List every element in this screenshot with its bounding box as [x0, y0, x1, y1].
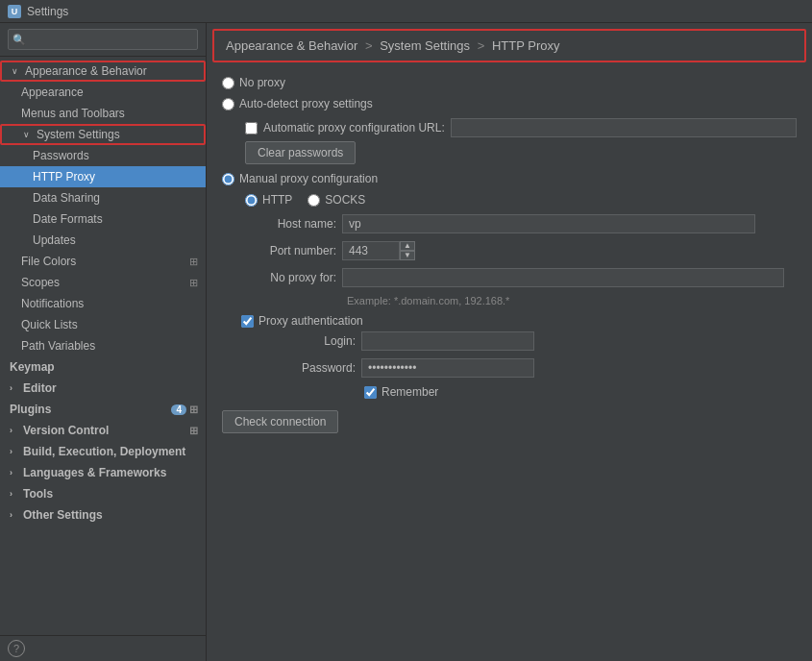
port-number-input[interactable]: [342, 241, 400, 260]
help-button[interactable]: ?: [8, 640, 25, 657]
socks-radio[interactable]: [308, 194, 320, 207]
proxy-auth-label[interactable]: Proxy authentication: [241, 314, 797, 328]
port-increment-button[interactable]: ▲: [400, 241, 415, 251]
sidebar-item-quick-lists[interactable]: Quick Lists: [0, 314, 206, 335]
login-row: Login:: [264, 331, 797, 351]
sidebar-item-label: Quick Lists: [21, 318, 78, 331]
sidebar-item-label: Editor: [23, 381, 57, 395]
example-text: Example: *.domain.com, 192.168.*: [347, 295, 797, 306]
auto-config-checkbox[interactable]: [245, 122, 258, 135]
login-input[interactable]: [361, 331, 534, 351]
no-proxy-for-row: No proxy for:: [245, 268, 797, 287]
remember-checkbox[interactable]: [364, 386, 377, 399]
http-radio[interactable]: [245, 194, 258, 207]
sidebar-item-notifications[interactable]: Notifications: [0, 293, 206, 314]
sidebar-item-build-execution[interactable]: › Build, Execution, Deployment: [0, 441, 206, 462]
sidebar-item-version-control[interactable]: › Version Control ⊞: [0, 420, 206, 441]
remember-label: Remember: [381, 385, 438, 399]
check-connection-button[interactable]: Check connection: [222, 410, 338, 433]
sidebar-item-tools[interactable]: › Tools: [0, 483, 206, 504]
sidebar-item-updates[interactable]: Updates: [0, 230, 206, 251]
breadcrumb-part2: System Settings: [380, 38, 470, 53]
sidebar-item-label: Tools: [23, 487, 53, 501]
manual-proxy-radio[interactable]: [222, 173, 234, 185]
manual-proxy-label[interactable]: Manual proxy configuration: [222, 172, 378, 185]
auto-detect-text: Auto-detect proxy settings: [239, 97, 373, 110]
chevron-right-icon: ›: [10, 468, 19, 477]
sidebar-item-label: Appearance & Behavior: [25, 64, 147, 78]
breadcrumb-sep1: >: [365, 38, 376, 53]
no-proxy-label[interactable]: No proxy: [222, 76, 285, 89]
host-name-label: Host name:: [245, 217, 336, 231]
sidebar-item-menus-toolbars[interactable]: Menus and Toolbars: [0, 103, 206, 124]
no-proxy-row: No proxy: [222, 76, 797, 89]
sidebar-item-label: Appearance: [21, 86, 84, 99]
password-label: Password:: [264, 361, 356, 375]
proxy-auth-text: Proxy authentication: [258, 314, 363, 328]
proxy-auth-section: Proxy authentication: [241, 314, 797, 328]
host-name-input[interactable]: [342, 214, 755, 233]
no-proxy-for-input[interactable]: [342, 268, 784, 287]
search-input[interactable]: [8, 29, 198, 50]
sidebar-item-languages-frameworks[interactable]: › Languages & Frameworks: [0, 462, 206, 483]
remember-row: Remember: [364, 385, 797, 399]
bottom-bar: ?: [0, 635, 206, 661]
manual-proxy-text: Manual proxy configuration: [239, 172, 378, 185]
sidebar-item-system-settings[interactable]: ∨ System Settings: [0, 124, 206, 145]
manual-proxy-row: Manual proxy configuration: [222, 172, 797, 185]
sidebar-item-plugins[interactable]: Plugins 4 ⊞: [0, 399, 206, 420]
sidebar-item-keymap[interactable]: Keymap: [0, 356, 206, 378]
title-bar: U Settings: [0, 0, 812, 23]
sidebar-item-label: Date Formats: [33, 212, 103, 226]
auto-config-row: Automatic proxy configuration URL:: [245, 118, 797, 137]
no-proxy-for-label: No proxy for:: [245, 271, 336, 284]
sidebar-item-label: Keymap: [10, 360, 55, 374]
chevron-right-icon: ›: [10, 447, 19, 456]
check-connection-row: Check connection: [222, 410, 797, 433]
http-radio-label[interactable]: HTTP: [245, 193, 292, 207]
sidebar-item-appearance[interactable]: Appearance: [0, 82, 206, 103]
password-input[interactable]: [361, 358, 534, 378]
sidebar-item-path-variables[interactable]: Path Variables: [0, 335, 206, 356]
proxy-auth-checkbox[interactable]: [241, 315, 254, 328]
right-panel: Appearance & Behavior > System Settings …: [207, 23, 812, 661]
port-number-row: Port number: ▲ ▼: [245, 241, 797, 260]
no-proxy-radio[interactable]: [222, 77, 234, 89]
chevron-right-icon: ›: [10, 489, 19, 499]
chevron-right-icon: ›: [10, 510, 19, 520]
auto-detect-label[interactable]: Auto-detect proxy settings: [222, 97, 373, 110]
auto-detect-radio[interactable]: [222, 98, 234, 110]
socks-radio-label[interactable]: SOCKS: [308, 193, 365, 207]
sidebar-item-other-settings[interactable]: › Other Settings: [0, 504, 206, 526]
port-decrement-button[interactable]: ▼: [400, 251, 415, 260]
auto-config-section: Automatic proxy configuration URL: Clear…: [245, 118, 797, 164]
port-number-label: Port number:: [245, 244, 336, 257]
auto-config-label: Automatic proxy configuration URL:: [263, 121, 445, 135]
sidebar-item-label: Path Variables: [21, 339, 95, 353]
sidebar-item-label: Other Settings: [23, 508, 103, 522]
password-row: Password:: [264, 358, 797, 378]
search-icon: 🔍: [12, 34, 26, 46]
sidebar-item-data-sharing[interactable]: Data Sharing: [0, 187, 206, 208]
sidebar-item-label: System Settings: [37, 128, 120, 141]
settings-icon: ⊞: [189, 277, 198, 289]
sidebar-item-label: Version Control: [23, 424, 109, 437]
sidebar-item-label: Notifications: [21, 297, 84, 310]
window-title: Settings: [27, 5, 68, 18]
proxy-protocol-row: HTTP SOCKS: [245, 193, 797, 207]
breadcrumb: Appearance & Behavior > System Settings …: [212, 29, 806, 62]
sidebar-item-label: Menus and Toolbars: [21, 107, 125, 120]
sidebar-item-file-colors[interactable]: File Colors ⊞: [0, 251, 206, 272]
clear-passwords-button[interactable]: Clear passwords: [245, 141, 356, 164]
sidebar-item-label: Build, Execution, Deployment: [23, 445, 185, 458]
sidebar-item-label: Languages & Frameworks: [23, 466, 166, 479]
sidebar-item-date-formats[interactable]: Date Formats: [0, 208, 206, 230]
sidebar-item-appearance-behavior[interactable]: ∨ Appearance & Behavior: [0, 61, 206, 82]
auto-config-url-input[interactable]: [451, 118, 797, 137]
sidebar-item-scopes[interactable]: Scopes ⊞: [0, 272, 206, 293]
port-spinner: ▲ ▼: [400, 241, 415, 260]
sidebar-item-http-proxy[interactable]: HTTP Proxy: [0, 166, 206, 187]
sidebar-item-label: Passwords: [33, 149, 89, 162]
sidebar-item-passwords[interactable]: Passwords: [0, 145, 206, 166]
sidebar-item-editor[interactable]: › Editor: [0, 378, 206, 399]
